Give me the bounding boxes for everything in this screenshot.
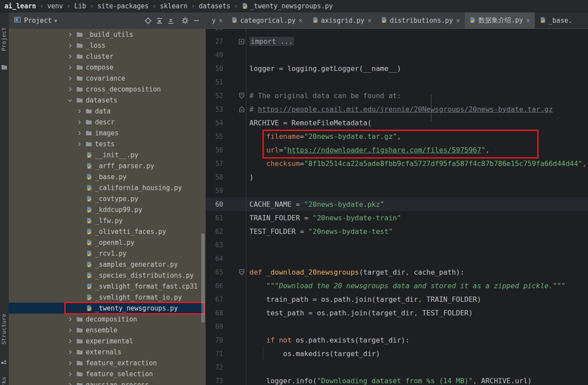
- chevron-down-icon[interactable]: [66, 97, 74, 104]
- code-line-50[interactable]: 50logger = logging.getLogger(__name__): [206, 62, 588, 75]
- select-opened-file-button[interactable]: [142, 15, 154, 26]
- chevron-right-icon[interactable]: [66, 327, 74, 334]
- fold-toggle-icon[interactable]: [223, 102, 246, 116]
- close-icon[interactable]: ×: [299, 17, 303, 25]
- chevron-right-icon[interactable]: [66, 381, 74, 385]
- code-line-55[interactable]: 55 filename="20news-bydate.tar.gz",: [206, 130, 588, 143]
- structure-icon[interactable]: [1, 358, 7, 367]
- editor-tab[interactable]: categorical.py×: [227, 12, 307, 28]
- tree-item-_build_utils[interactable]: _build_utils: [9, 29, 206, 40]
- chevron-right-icon[interactable]: [66, 338, 74, 345]
- chevron-right-icon[interactable]: [76, 130, 83, 137]
- chevron-right-icon[interactable]: [66, 371, 74, 378]
- tree-item-_kddcup99.py[interactable]: _kddcup99.py: [9, 204, 206, 215]
- breadcrumb-item[interactable]: ai_learn: [4, 2, 36, 10]
- tree-item-data[interactable]: data: [9, 106, 206, 117]
- code-line-53[interactable]: 53# https://people.csail.mit.edu/jrennie…: [206, 102, 588, 116]
- code-line-70[interactable]: 70 if not os.path.exists(target_dir):: [206, 333, 588, 347]
- editor-tab[interactable]: 数据集介绍.py×: [465, 12, 535, 28]
- code-line-65[interactable]: 65def _download_20newsgroups(target_dir,…: [206, 265, 588, 279]
- chevron-right-icon[interactable]: [66, 42, 74, 49]
- close-icon[interactable]: ×: [368, 17, 371, 25]
- code-line-60[interactable]: 60CACHE_NAME = "20news-bydate.pkz": [206, 198, 588, 211]
- fold-expand-icon[interactable]: [223, 35, 246, 48]
- collapse-all-button[interactable]: [165, 15, 176, 26]
- hide-panel-button[interactable]: [191, 15, 202, 26]
- code-line-72[interactable]: 72: [206, 360, 588, 374]
- tree-item-_svmlight_format_fast.cp31[interactable]: ?_svmlight_format_fast.cp31: [9, 281, 206, 292]
- tree-item-datasets[interactable]: datasets: [9, 95, 206, 106]
- breadcrumb-item[interactable]: venv: [47, 2, 63, 10]
- fold-toggle-icon[interactable]: [223, 265, 246, 279]
- chevron-right-icon[interactable]: [76, 119, 83, 126]
- editor-tab[interactable]: y×: [206, 12, 227, 28]
- chevron-right-icon[interactable]: [66, 31, 74, 38]
- editor-tab[interactable]: _base.: [535, 12, 588, 28]
- tree-item-_openml.py[interactable]: _openml.py: [9, 237, 206, 248]
- tree-item-feature_selection[interactable]: feature_selection: [9, 368, 206, 379]
- tree-item-_svmlight_format_io.py[interactable]: _svmlight_format_io.py: [9, 292, 206, 303]
- chevron-right-icon[interactable]: [66, 53, 74, 60]
- stripe-bookmarks-button[interactable]: Bookmarks: [0, 377, 7, 385]
- chevron-right-icon[interactable]: [76, 141, 83, 148]
- code-line-52[interactable]: 52# The original data can be found at:: [206, 89, 588, 102]
- breadcrumb-item[interactable]: site-packages: [97, 2, 148, 10]
- editor-tab[interactable]: distributions.py×: [376, 12, 465, 28]
- tree-item-feature_extraction[interactable]: feature_extraction: [9, 357, 206, 368]
- breadcrumb-item[interactable]: sklearn: [160, 2, 187, 10]
- tree-item-_arff_parser.py[interactable]: _arff_parser.py: [9, 160, 206, 171]
- close-icon[interactable]: ×: [219, 17, 223, 25]
- code-line-51[interactable]: 51: [206, 75, 588, 89]
- editor-tab[interactable]: axisgrid.py×: [308, 12, 376, 28]
- chevron-right-icon[interactable]: [66, 349, 74, 356]
- code-line-66[interactable]: 66 """Download the 20 newsgroups data an…: [206, 279, 588, 293]
- project-stripe-icon[interactable]: [1, 64, 7, 72]
- tree-item-cluster[interactable]: cluster: [9, 51, 206, 62]
- code-line-54[interactable]: 54ARCHIVE = RemoteFileMetadata(: [206, 116, 588, 130]
- tree-item-tests[interactable]: tests: [9, 138, 206, 149]
- chevron-right-icon[interactable]: [76, 108, 83, 115]
- tree-item-covariance[interactable]: covariance: [9, 73, 206, 84]
- code-line-61[interactable]: 61TRAIN_FOLDER = "20news-bydate-train": [206, 211, 588, 225]
- tree-item-cross_decomposition[interactable]: cross_decomposition: [9, 84, 206, 95]
- breadcrumb-item[interactable]: Lib: [74, 2, 86, 10]
- code-line-59[interactable]: 59: [206, 184, 588, 198]
- chevron-right-icon[interactable]: [66, 86, 74, 93]
- chevron-right-icon[interactable]: [66, 75, 74, 82]
- settings-gear-icon[interactable]: [179, 15, 191, 26]
- code-line-27[interactable]: 27import ...: [206, 35, 588, 48]
- code-line-69[interactable]: 69: [206, 320, 588, 333]
- project-panel-title[interactable]: Project: [24, 17, 52, 25]
- tree-item-__init__.py[interactable]: __init__.py: [9, 149, 206, 160]
- tree-item-_olivetti_faces.py[interactable]: _olivetti_faces.py: [9, 226, 206, 237]
- code-line-26[interactable]: 26: [206, 29, 588, 35]
- tree-item-_samples_generator.py[interactable]: _samples_generator.py: [9, 259, 206, 270]
- tree-item-_rcv1.py[interactable]: _rcv1.py: [9, 248, 206, 259]
- code-line-56[interactable]: 56 url="https://ndownloader.figshare.com…: [206, 143, 588, 157]
- code-line-49[interactable]: 49: [206, 48, 588, 62]
- close-icon[interactable]: ×: [456, 17, 460, 25]
- tree-item-ensemble[interactable]: ensemble: [9, 325, 206, 336]
- tree-scrollbar[interactable]: [201, 233, 205, 323]
- tree-item-_base.py[interactable]: _base.py: [9, 171, 206, 182]
- code-line-58[interactable]: 58): [206, 170, 588, 184]
- chevron-right-icon[interactable]: [66, 316, 74, 323]
- tree-item-_species_distributions.py[interactable]: _species_distributions.py: [9, 270, 206, 281]
- stripe-project-button[interactable]: Project: [0, 27, 7, 51]
- tree-item-decomposition[interactable]: decomposition: [9, 314, 206, 325]
- breadcrumb-item[interactable]: _twenty_newsgroups.py: [250, 2, 333, 10]
- code-line-63[interactable]: 63: [206, 238, 588, 252]
- tree-item-_twenty_newsgroups.py[interactable]: _twenty_newsgroups.py: [9, 303, 206, 314]
- tree-item-descr[interactable]: descr: [9, 117, 206, 127]
- chevron-right-icon[interactable]: [66, 360, 74, 367]
- stripe-structure-button[interactable]: Structure: [0, 314, 7, 344]
- close-icon[interactable]: ×: [526, 17, 530, 25]
- breadcrumb-item[interactable]: datasets: [199, 2, 230, 10]
- tree-item-externals[interactable]: externals: [9, 346, 206, 357]
- code-line-68[interactable]: 68 test_path = os.path.join(target_dir, …: [206, 306, 588, 320]
- code-line-64[interactable]: 64: [206, 252, 588, 265]
- tree-item-experimental[interactable]: experimental: [9, 336, 206, 346]
- tree-item-images[interactable]: images: [9, 127, 206, 138]
- code-line-73[interactable]: 73 logger.info("Downloading dataset from…: [206, 374, 588, 385]
- code-line-67[interactable]: 67 train_path = os.path.join(target_dir,…: [206, 293, 588, 306]
